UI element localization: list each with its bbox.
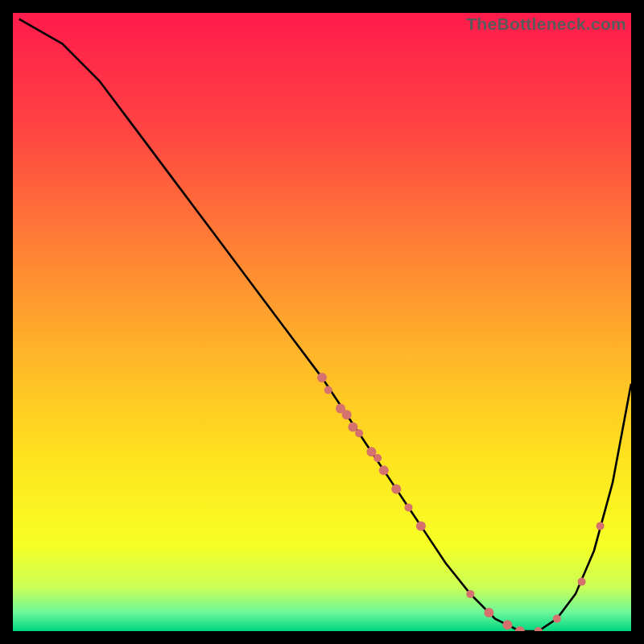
data-point-marker [342,410,352,419]
data-point-marker [374,454,382,462]
data-point-marker [317,373,327,382]
data-point-marker [515,626,525,631]
bottleneck-curve [19,19,631,631]
data-point-marker [535,627,543,631]
data-point-marker [466,590,474,598]
data-point-marker [391,484,401,493]
data-point-marker [484,608,493,617]
data-point-marker [324,386,332,394]
chart-frame: TheBottleneck.com [13,13,631,631]
data-point-marker [379,465,389,475]
marker-layer [317,373,605,631]
data-point-marker [578,578,586,586]
chart-plot [13,13,631,631]
data-point-marker [355,429,363,437]
data-point-marker [416,521,426,530]
data-point-marker [553,615,561,623]
data-point-marker [502,620,512,630]
data-point-marker [597,522,605,530]
data-point-marker [405,503,413,511]
